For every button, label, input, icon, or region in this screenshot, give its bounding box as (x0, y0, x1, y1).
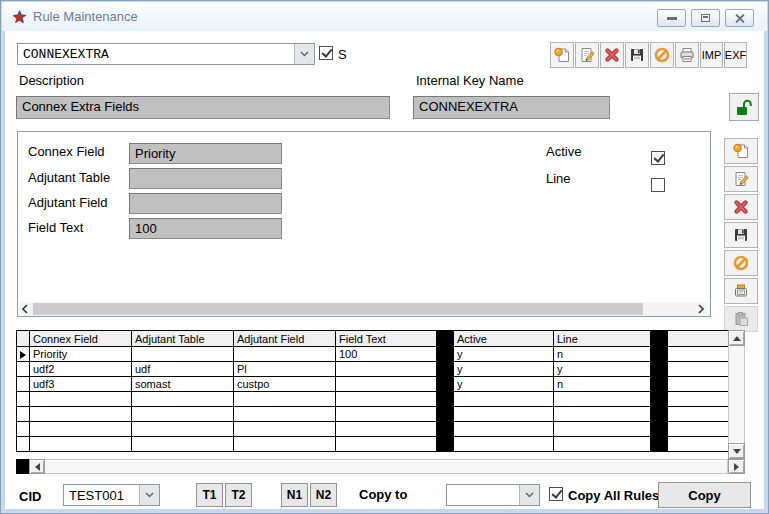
grid-cell[interactable] (554, 407, 651, 422)
grid-scroll-right-button[interactable] (728, 459, 745, 474)
grid-vertical-scrollbar[interactable] (728, 330, 745, 459)
row-selector[interactable] (17, 362, 30, 377)
grid-cell[interactable]: somast (132, 377, 234, 392)
grid-cell[interactable] (234, 407, 336, 422)
title-bar[interactable]: Rule Maintenance (2, 2, 767, 31)
n1-button[interactable]: N1 (281, 483, 308, 507)
side-new-record-button[interactable] (724, 138, 758, 164)
grid-cell[interactable] (132, 347, 234, 362)
grid-cell[interactable]: y (554, 362, 651, 377)
grid-cell[interactable]: Priority (30, 347, 132, 362)
copy-to-select[interactable] (446, 484, 540, 506)
grid-cell[interactable] (554, 422, 651, 437)
table-row[interactable] (17, 422, 729, 437)
active-checkbox[interactable] (651, 151, 665, 165)
n2-button[interactable]: N2 (310, 483, 337, 507)
grid-cell[interactable] (454, 422, 554, 437)
grid-header-cell[interactable]: Line (554, 331, 651, 347)
s-checkbox[interactable] (319, 46, 333, 60)
grid-header-cell[interactable]: Active (454, 331, 554, 347)
grid-cell[interactable]: udf3 (30, 377, 132, 392)
grid-header-cell[interactable]: Adjutant Field (234, 331, 336, 347)
grid-cell[interactable] (336, 362, 437, 377)
row-selector[interactable] (17, 407, 30, 422)
rule-select-dropdown-button[interactable] (294, 44, 314, 64)
grid-cell[interactable]: y (454, 377, 554, 392)
delete-record-button[interactable] (600, 42, 624, 68)
row-selector[interactable] (17, 422, 30, 437)
side-delete-record-button[interactable] (724, 194, 758, 220)
grid-cell[interactable] (554, 437, 651, 452)
grid-cell[interactable] (234, 422, 336, 437)
scroll-left-chevron-icon[interactable] (22, 304, 28, 314)
grid-scroll-left-button[interactable] (29, 459, 45, 474)
grid-scroll-down-button[interactable] (728, 443, 745, 459)
grid-cell[interactable] (234, 347, 336, 362)
side-save-record-button[interactable] (724, 222, 758, 248)
table-row[interactable]: Priority100yn (17, 347, 729, 362)
grid-cell[interactable] (132, 407, 234, 422)
print-button[interactable] (675, 42, 699, 68)
grid-cell[interactable] (454, 392, 554, 407)
table-row[interactable] (17, 392, 729, 407)
grid-cell[interactable] (132, 422, 234, 437)
copy-all-rules-checkbox[interactable] (549, 487, 563, 501)
row-selector[interactable] (17, 437, 30, 452)
t1-button[interactable]: T1 (196, 483, 223, 507)
grid-cell[interactable]: 100 (336, 347, 437, 362)
row-selector[interactable] (17, 377, 30, 392)
row-selector[interactable] (17, 392, 30, 407)
grid-cell[interactable] (132, 437, 234, 452)
table-row[interactable]: udf3somastcustpoyn (17, 377, 729, 392)
grid-cell[interactable]: n (554, 377, 651, 392)
grid-horizontal-scrollbar[interactable] (29, 459, 728, 474)
grid-cell[interactable] (454, 407, 554, 422)
grid-cell[interactable]: y (454, 347, 554, 362)
import-button[interactable]: IMP (700, 42, 723, 68)
maximize-button[interactable] (691, 9, 720, 27)
save-record-button[interactable] (625, 42, 649, 68)
scroll-right-chevron-icon[interactable] (698, 304, 704, 314)
side-copier-button[interactable] (724, 278, 758, 304)
export-button[interactable]: EXF (724, 42, 747, 68)
grid-cell[interactable]: udf2 (30, 362, 132, 377)
panel-horizontal-scrollbar[interactable] (18, 302, 710, 316)
line-checkbox[interactable] (651, 178, 665, 192)
grid-cell[interactable] (554, 392, 651, 407)
grid-cell[interactable] (336, 437, 437, 452)
grid-cell[interactable] (30, 407, 132, 422)
close-button[interactable] (725, 9, 754, 27)
connex-field-input[interactable]: Priority (129, 143, 282, 164)
cancel-button[interactable] (650, 42, 674, 68)
grid-cell[interactable] (30, 422, 132, 437)
grid-cell[interactable] (336, 407, 437, 422)
copy-to-dropdown-button[interactable] (519, 485, 539, 505)
field-text-input[interactable]: 100 (129, 218, 282, 239)
grid-cell[interactable] (132, 392, 234, 407)
grid-cell[interactable] (336, 377, 437, 392)
grid-cell[interactable] (336, 422, 437, 437)
grid-cell[interactable] (336, 392, 437, 407)
grid-cell[interactable] (30, 392, 132, 407)
adjutant-table-input[interactable] (129, 168, 282, 189)
rule-select[interactable]: CONNEXEXTRA (17, 43, 315, 65)
table-row[interactable] (17, 407, 729, 422)
grid-header-cell[interactable]: Adjutant Table (132, 331, 234, 347)
table-row[interactable] (17, 437, 729, 452)
grid-cell[interactable]: udf (132, 362, 234, 377)
grid-cell[interactable] (454, 437, 554, 452)
grid-header-cell[interactable]: Field Text (336, 331, 437, 347)
grid-cell[interactable] (234, 437, 336, 452)
cid-select-dropdown-button[interactable] (139, 485, 159, 505)
lock-button[interactable] (729, 93, 759, 121)
grid-cell[interactable] (234, 392, 336, 407)
grid-scroll-up-button[interactable] (728, 330, 745, 346)
cid-select[interactable]: TEST001 (63, 484, 160, 506)
grid-cell[interactable] (30, 437, 132, 452)
grid-cell[interactable]: custpo (234, 377, 336, 392)
edit-record-button[interactable] (575, 42, 599, 68)
panel-scrollbar-thumb[interactable] (33, 303, 643, 315)
grid-cell[interactable]: Pl (234, 362, 336, 377)
table-row[interactable]: udf2udfPlyy (17, 362, 729, 377)
grid-cell[interactable]: y (454, 362, 554, 377)
